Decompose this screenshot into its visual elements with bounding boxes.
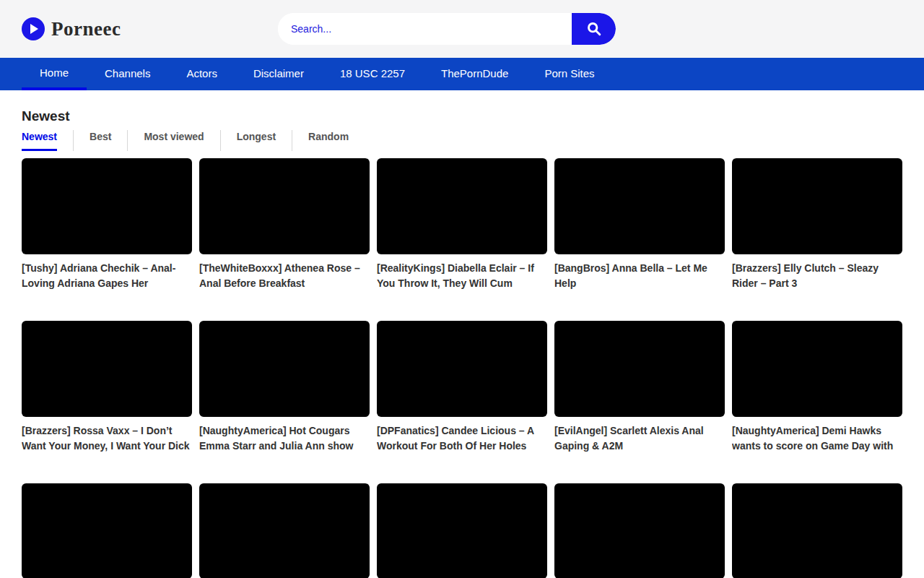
video-thumbnail[interactable] [377,321,547,417]
brand-logo[interactable]: Porneec [22,0,121,58]
video-card[interactable] [199,483,370,578]
video-thumbnail[interactable] [554,158,725,254]
video-card[interactable]: [Brazzers] Elly Clutch – Sleazy Rider – … [732,158,902,291]
main-content: Newest Newest Best Most viewed Longest R… [0,108,924,578]
search-icon [586,21,602,37]
video-thumbnail[interactable] [732,321,902,417]
search-input[interactable] [278,13,572,45]
main-nav: Home Channels Actors Disclaimer 18 USC 2… [0,58,924,90]
video-card[interactable]: [BangBros] Anna Bella – Let Me Help [554,158,725,291]
tab-newest[interactable]: Newest [22,130,74,151]
video-thumbnail[interactable] [22,158,192,254]
nav-item-home[interactable]: Home [22,58,87,90]
tab-newest-label: Newest [22,131,57,151]
tab-random[interactable]: Random [292,130,365,151]
video-thumbnail[interactable] [732,483,902,578]
tab-best[interactable]: Best [74,130,128,151]
nav-item-channels[interactable]: Channels [87,58,168,90]
nav-item-disclaimer[interactable]: Disclaimer [235,58,322,90]
video-thumbnail[interactable] [554,321,725,417]
video-title[interactable]: [TheWhiteBoxxx] Athenea Rose – Anal Befo… [199,261,370,291]
video-card[interactable] [732,483,902,578]
video-thumbnail[interactable] [199,158,370,254]
page-title: Newest [22,108,902,125]
tab-longest-label: Longest [237,131,276,151]
video-title[interactable]: [NaughtyAmerica] Demi Hawks wants to sco… [732,423,902,454]
video-card[interactable]: [Brazzers] Rossa Vaxx – I Don’t Want You… [22,321,192,454]
video-title[interactable]: [EvilAngel] Scarlett Alexis Anal Gaping … [554,423,725,454]
video-thumbnail[interactable] [732,158,902,254]
play-icon [22,17,45,40]
video-card[interactable]: [DPFanatics] Candee Licious – A Workout … [377,321,547,454]
video-title[interactable]: [Brazzers] Elly Clutch – Sleazy Rider – … [732,261,902,291]
video-thumbnail[interactable] [199,321,370,417]
tab-random-label: Random [308,131,349,151]
video-card[interactable]: [TheWhiteBoxxx] Athenea Rose – Anal Befo… [199,158,370,291]
video-title[interactable]: [NaughtyAmerica] Hot Cougars Emma Starr … [199,423,370,454]
tab-best-label: Best [90,131,111,151]
video-thumbnail[interactable] [377,483,547,578]
nav-item-theporndude[interactable]: ThePornDude [423,58,526,90]
video-card[interactable] [377,483,547,578]
tab-longest[interactable]: Longest [221,130,292,151]
video-card[interactable]: [RealityKings] Diabella Eclair – If You … [377,158,547,291]
video-thumbnail[interactable] [377,158,547,254]
video-thumbnail[interactable] [22,483,192,578]
video-card[interactable]: [EvilAngel] Scarlett Alexis Anal Gaping … [554,321,725,454]
video-grid: [Tushy] Adriana Chechik – Anal-Loving Ad… [22,158,902,578]
video-thumbnail[interactable] [199,483,370,578]
video-title[interactable]: [Tushy] Adriana Chechik – Anal-Loving Ad… [22,261,192,291]
video-card[interactable]: [NaughtyAmerica] Hot Cougars Emma Starr … [199,321,370,454]
search-bar [278,13,616,45]
nav-item-porn-sites[interactable]: Porn Sites [526,58,612,90]
tab-most-viewed-label: Most viewed [144,131,204,151]
video-title[interactable]: [BangBros] Anna Bella – Let Me Help [554,261,725,291]
sort-tabs: Newest Best Most viewed Longest Random [22,130,902,151]
video-card[interactable]: [Tushy] Adriana Chechik – Anal-Loving Ad… [22,158,192,291]
video-title[interactable]: [Brazzers] Rossa Vaxx – I Don’t Want You… [22,423,192,454]
search-button[interactable] [572,13,616,45]
video-card[interactable]: [NaughtyAmerica] Demi Hawks wants to sco… [732,321,902,454]
tab-most-viewed[interactable]: Most viewed [128,130,220,151]
nav-item-actors[interactable]: Actors [168,58,235,90]
video-title[interactable]: [DPFanatics] Candee Licious – A Workout … [377,423,547,454]
video-thumbnail[interactable] [554,483,725,578]
site-header: Porneec [0,0,924,58]
video-card[interactable] [22,483,192,578]
nav-item-18-usc-2257[interactable]: 18 USC 2257 [322,58,423,90]
brand-name: Porneec [51,18,121,40]
video-title[interactable]: [RealityKings] Diabella Eclair – If You … [377,261,547,291]
video-thumbnail[interactable] [22,321,192,417]
video-card[interactable] [554,483,725,578]
